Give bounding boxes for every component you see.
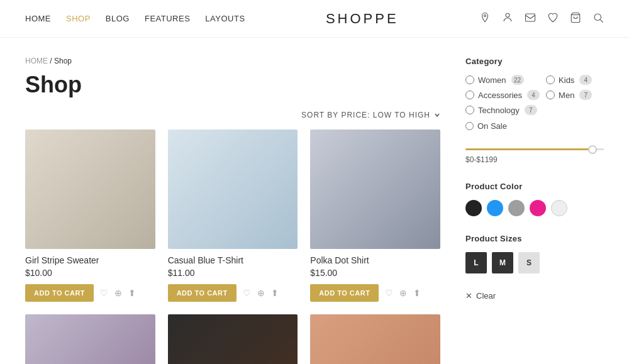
on-sale-radio[interactable] xyxy=(465,122,474,130)
clear-row[interactable]: ✕ Clear xyxy=(465,291,604,301)
category-count: 4 xyxy=(527,90,540,100)
category-section: Category Women 22 Kids 4 Accessories 4 xyxy=(465,57,604,131)
zoom-icon[interactable]: ⊕ xyxy=(257,288,265,298)
site-logo: SHOPPE xyxy=(326,11,399,27)
category-item: Accessories 4 xyxy=(465,90,540,100)
product-price: $15.00 xyxy=(310,268,440,278)
sidebar: Category Women 22 Kids 4 Accessories 4 xyxy=(465,57,604,364)
color-section: Product Color xyxy=(465,182,604,216)
wishlist-icon[interactable]: ♡ xyxy=(100,288,108,298)
nav-blog[interactable]: BLOG xyxy=(106,14,130,23)
svg-point-3 xyxy=(594,14,601,21)
product-image xyxy=(310,130,440,249)
size-s-button[interactable]: S xyxy=(518,252,540,273)
product-image xyxy=(25,314,155,364)
wishlist-icon[interactable] xyxy=(547,12,559,26)
color-blue[interactable] xyxy=(487,200,503,216)
color-white[interactable] xyxy=(551,200,567,216)
zoom-icon[interactable]: ⊕ xyxy=(114,288,122,298)
product-image xyxy=(168,130,298,249)
user-icon[interactable] xyxy=(502,12,513,26)
nav-shop[interactable]: SHOP xyxy=(66,14,91,23)
product-image xyxy=(168,314,298,364)
page-title: Shop xyxy=(25,72,440,98)
close-icon: ✕ xyxy=(465,291,472,301)
category-count: 7 xyxy=(525,105,537,115)
breadcrumb-separator: / xyxy=(50,57,54,65)
sort-selector[interactable]: SORT BY PRICE: LOW TO HIGH xyxy=(301,111,440,119)
share-icon[interactable]: ⬆ xyxy=(128,288,136,298)
add-to-cart-button[interactable]: ADD TO CART xyxy=(310,284,379,302)
nav-layouts[interactable]: LAYOUTS xyxy=(205,14,245,23)
sort-bar: SORT BY PRICE: LOW TO HIGH xyxy=(25,111,440,119)
category-count: 22 xyxy=(511,75,524,85)
category-title: Category xyxy=(465,57,604,66)
category-label: Men xyxy=(559,91,574,100)
color-swatches xyxy=(465,200,604,216)
wishlist-icon[interactable]: ♡ xyxy=(243,288,251,298)
color-pink[interactable] xyxy=(530,200,546,216)
price-range-fill xyxy=(465,148,597,150)
breadcrumb-home[interactable]: HOME xyxy=(25,57,48,65)
product-name: Polka Dot Shirt xyxy=(310,255,440,265)
product-name: Casual Blue T-Shirt xyxy=(168,255,298,265)
color-title: Product Color xyxy=(465,182,604,191)
category-grid: Women 22 Kids 4 Accessories 4 Men 7 xyxy=(465,75,604,115)
add-to-cart-button[interactable]: ADD TO CART xyxy=(25,284,94,302)
women-radio[interactable] xyxy=(465,75,474,84)
kids-radio[interactable] xyxy=(546,75,555,84)
product-actions: ADD TO CART ♡ ⊕ ⬆ xyxy=(310,284,440,302)
sizes-title: Product Sizes xyxy=(465,234,604,243)
product-image xyxy=(25,130,155,249)
category-label: Kids xyxy=(559,75,574,85)
technology-radio[interactable] xyxy=(465,106,474,114)
search-icon[interactable] xyxy=(593,12,604,26)
product-price: $10.00 xyxy=(25,268,155,278)
size-m-button[interactable]: M xyxy=(492,252,513,273)
price-section: $0-$1199 xyxy=(465,148,604,164)
color-gray[interactable] xyxy=(508,200,525,216)
product-name: Girl Stripe Sweater xyxy=(25,255,155,265)
price-text: $0-$1199 xyxy=(465,155,604,164)
product-card: Casual Blue T-Shirt $11.00 ADD TO CART ♡… xyxy=(168,130,298,302)
product-card: Polka Dot Shirt $15.00 ADD TO CART ♡ ⊕ ⬆ xyxy=(310,130,440,302)
nav-links: HOME SHOP BLOG FEATURES LAYOUTS xyxy=(25,14,245,23)
svg-rect-1 xyxy=(526,14,535,21)
product-card xyxy=(168,314,298,364)
main-layout: HOME / Shop Shop SORT BY PRICE: LOW TO H… xyxy=(0,38,629,364)
nav-icons xyxy=(479,12,604,26)
product-card xyxy=(25,314,155,364)
size-options: L M S xyxy=(465,252,604,273)
category-item: Men 7 xyxy=(546,90,604,100)
accessories-radio[interactable] xyxy=(465,91,474,99)
color-black[interactable] xyxy=(465,200,482,216)
product-actions: ADD TO CART ♡ ⊕ ⬆ xyxy=(168,284,298,302)
zoom-icon[interactable]: ⊕ xyxy=(399,288,407,298)
location-icon[interactable] xyxy=(479,12,491,26)
size-l-button[interactable]: L xyxy=(465,252,487,273)
product-grid: Girl Stripe Sweater $10.00 ADD TO CART ♡… xyxy=(25,130,440,364)
price-range-thumb[interactable] xyxy=(588,145,597,154)
product-card xyxy=(310,314,440,364)
category-count: 4 xyxy=(579,75,592,85)
wishlist-icon[interactable]: ♡ xyxy=(385,288,393,298)
category-label: Women xyxy=(478,75,506,85)
product-image xyxy=(310,314,440,364)
on-sale-label: On Sale xyxy=(477,121,507,131)
shop-content: HOME / Shop Shop SORT BY PRICE: LOW TO H… xyxy=(25,57,440,364)
share-icon[interactable]: ⬆ xyxy=(271,288,279,298)
product-actions: ADD TO CART ♡ ⊕ ⬆ xyxy=(25,284,155,302)
category-item: Women 22 xyxy=(465,75,540,85)
add-to-cart-button[interactable]: ADD TO CART xyxy=(168,284,237,302)
category-item: Technology 7 xyxy=(465,105,540,115)
men-radio[interactable] xyxy=(546,91,555,99)
category-label: Accessories xyxy=(478,91,522,100)
cart-icon[interactable] xyxy=(570,12,581,26)
navbar: HOME SHOP BLOG FEATURES LAYOUTS SHOPPE xyxy=(0,0,629,38)
share-icon[interactable]: ⬆ xyxy=(413,288,421,298)
nav-features[interactable]: FEATURES xyxy=(145,14,190,23)
nav-home[interactable]: HOME xyxy=(25,14,51,23)
clear-label: Clear xyxy=(476,291,496,301)
mail-icon[interactable] xyxy=(525,12,536,26)
breadcrumb-current: Shop xyxy=(54,57,72,65)
